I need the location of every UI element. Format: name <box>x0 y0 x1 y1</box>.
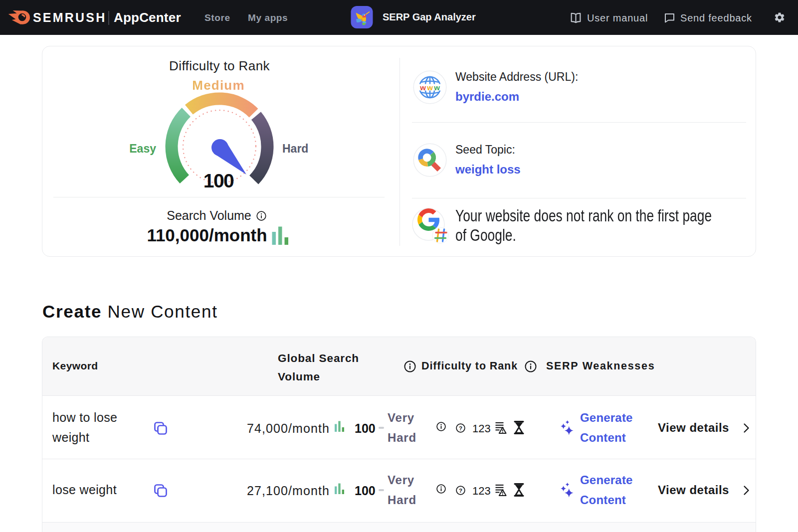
svg-text:w: w <box>433 83 440 92</box>
svg-text:w: w <box>426 83 433 92</box>
svg-text:?: ? <box>459 488 462 494</box>
svg-text:w: w <box>419 83 426 92</box>
svg-text:?: ? <box>459 425 462 431</box>
